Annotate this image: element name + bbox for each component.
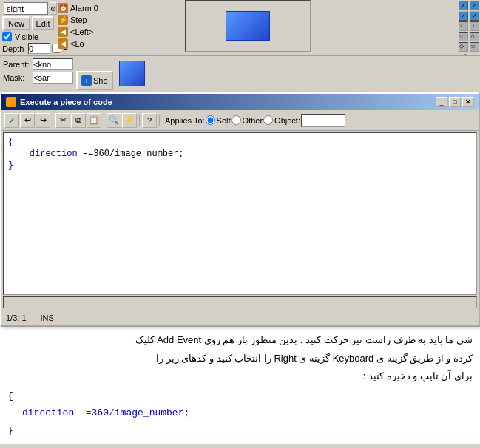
snippet-direction: direction -=360/image_number; bbox=[7, 404, 473, 421]
redo-button[interactable]: ↪ bbox=[36, 113, 50, 128]
maximize-button[interactable]: □ bbox=[449, 97, 461, 107]
cut-button[interactable]: ✂ bbox=[55, 113, 70, 128]
self-label: Self bbox=[217, 116, 231, 125]
code-snippet-area: { direction -=360/image_number; } bbox=[7, 387, 473, 439]
alarm-icon: ⏰ bbox=[58, 3, 68, 13]
status-mode: INS bbox=[41, 313, 54, 322]
find-button[interactable]: 🔍 bbox=[107, 113, 121, 128]
applies-to-label: Applies To: bbox=[165, 116, 205, 125]
close-button[interactable]: ✕ bbox=[462, 97, 474, 107]
left-icon: ◀ bbox=[58, 27, 68, 37]
parent-label: Parent: bbox=[3, 60, 30, 69]
mask-label: Mask: bbox=[3, 73, 30, 82]
edit-button[interactable]: Edit bbox=[32, 16, 54, 30]
left-label: <Left> bbox=[70, 27, 93, 36]
object-thumb bbox=[119, 61, 145, 86]
window-icon bbox=[6, 97, 16, 107]
show-icon: i bbox=[81, 75, 92, 86]
self-radio[interactable] bbox=[206, 115, 215, 125]
code-window: Execute a piece of code _ □ ✕ ✓ ↩ ↪ ✂ ⧉ … bbox=[0, 92, 480, 326]
window-title: Execute a piece of code bbox=[20, 98, 112, 106]
window-titlebar: Execute a piece of code _ □ ✕ bbox=[1, 94, 479, 110]
run-button[interactable]: ⚡ bbox=[122, 113, 137, 128]
lo-icon: ◀ bbox=[58, 38, 68, 49]
persian-line-1: شی ما باید به طرف راست نیز حرکت کنید . ب… bbox=[7, 331, 473, 350]
code-operator: -=360/image_number; bbox=[83, 149, 184, 159]
visible-label: Visible bbox=[15, 33, 38, 41]
paste-button[interactable]: 📋 bbox=[87, 113, 101, 128]
show-button[interactable]: i Sho bbox=[76, 71, 113, 90]
new-button[interactable]: New bbox=[2, 16, 30, 30]
icon-cell-9[interactable]: ◇ bbox=[459, 42, 468, 52]
icon-cell-8[interactable]: △ bbox=[470, 32, 479, 41]
icon-cell-2[interactable]: ✓ bbox=[470, 1, 479, 10]
code-line-2: direction -=360/image_number; bbox=[8, 148, 472, 160]
lo-label: <Lo bbox=[70, 39, 84, 48]
persian-text-area: شی ما باید به طرف راست نیز حرکت کنید . ب… bbox=[0, 326, 480, 444]
object-radio[interactable] bbox=[263, 115, 273, 125]
help-button[interactable]: ? bbox=[142, 113, 157, 128]
check-button[interactable]: ✓ bbox=[4, 113, 19, 128]
code-keyword: direction bbox=[30, 149, 78, 159]
parent-input[interactable] bbox=[33, 58, 73, 70]
mask-input[interactable] bbox=[33, 72, 73, 84]
minimize-button[interactable]: _ bbox=[436, 97, 447, 107]
show-label: Sho bbox=[93, 76, 108, 85]
icon-cell-4[interactable]: ✓ bbox=[470, 11, 479, 21]
icon-cell-1[interactable]: ✓ bbox=[459, 1, 468, 10]
depth-input[interactable] bbox=[28, 43, 50, 54]
undo-button[interactable]: ↩ bbox=[20, 113, 35, 128]
alarm-label: Alarm 0 bbox=[70, 4, 98, 13]
horizontal-scrollbar[interactable] bbox=[3, 296, 477, 308]
icon-cell-3[interactable]: ✓ bbox=[459, 11, 468, 21]
step-label: Step bbox=[70, 16, 87, 24]
code-line-3: } bbox=[8, 160, 472, 172]
snippet-brace-open: { bbox=[7, 387, 473, 404]
sep-1 bbox=[53, 115, 53, 126]
icon-cell-7[interactable]: ○ bbox=[459, 32, 468, 41]
code-editor[interactable]: { direction -=360/image_number; } bbox=[3, 132, 477, 295]
status-position: 1/3: 1 bbox=[6, 313, 33, 322]
icon-cell-5[interactable]: ? bbox=[459, 21, 468, 31]
code-line-1: { bbox=[8, 136, 472, 148]
other-radio[interactable] bbox=[231, 115, 241, 125]
sep-3 bbox=[139, 115, 140, 126]
object-label: Object: bbox=[274, 116, 300, 125]
code-toolbar: ✓ ↩ ↪ ✂ ⧉ 📋 🔍 ⚡ ? Applies To: Self Other… bbox=[1, 110, 479, 131]
status-bar: 1/3: 1 INS bbox=[1, 310, 479, 325]
object-preview bbox=[226, 11, 270, 41]
other-label: Other bbox=[243, 116, 263, 125]
depth-label: Depth bbox=[2, 44, 27, 53]
persian-line-3: برای آن تایپ و ذخیره کنید : bbox=[7, 367, 473, 386]
icon-cell-10[interactable]: ☆ bbox=[470, 42, 479, 52]
visible-checkbox[interactable] bbox=[2, 32, 12, 41]
snippet-brace-close: } bbox=[7, 422, 473, 439]
copy-button[interactable]: ⧉ bbox=[71, 113, 86, 128]
sep-4 bbox=[159, 115, 160, 126]
icon-cell-6[interactable]: □ bbox=[470, 21, 479, 31]
sight-input[interactable]: sight bbox=[4, 2, 48, 15]
step-icon: ⚡ bbox=[58, 15, 68, 25]
persian-line-2: کرده و از طریق گزینه ی Keyboard گزینه ی … bbox=[7, 350, 473, 368]
object-input[interactable] bbox=[301, 114, 345, 127]
sep-2 bbox=[104, 115, 104, 126]
